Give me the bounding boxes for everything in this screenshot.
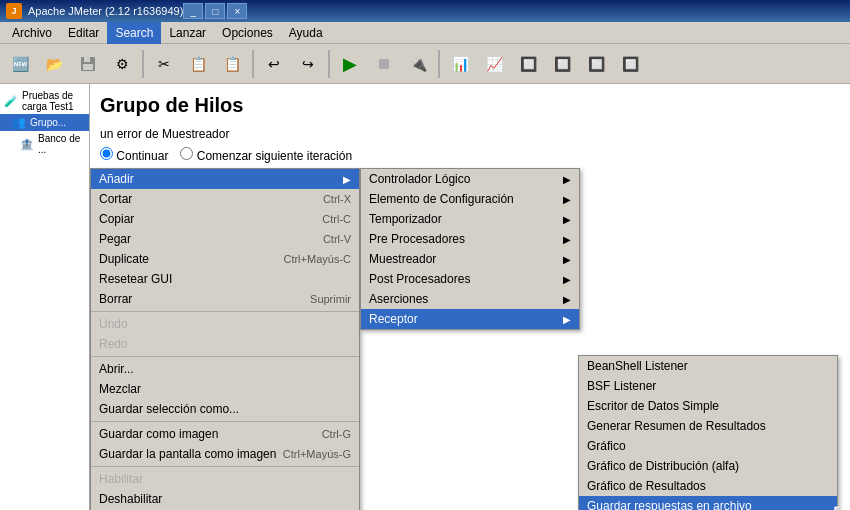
ctx-guardar-imagen[interactable]: Guardar como imagen Ctrl-G [91, 424, 359, 444]
maximize-button[interactable]: □ [205, 3, 225, 19]
menu-ayuda[interactable]: Ayuda [281, 22, 331, 44]
ctx-anadir-arrow: ▶ [343, 174, 351, 185]
ctx-resetear[interactable]: Resetear GUI [91, 269, 359, 289]
ctx-anadir[interactable]: Añadir ▶ [91, 169, 359, 189]
menu-lanzar[interactable]: Lanzar [161, 22, 214, 44]
sub-receptor-label: Receptor [369, 312, 418, 326]
title-bar-title: Apache JMeter (2.12 r1636949) [28, 5, 183, 17]
radio-group-error: Continuar Comenzar siguiente iteración [100, 147, 840, 163]
main-area: 🧪 Pruebas de carga Test1 👥 Grupo... 🏦 Ba… [0, 84, 850, 510]
rec-beanshell[interactable]: BeanShell Listener [579, 356, 837, 376]
ctx-mezclar[interactable]: Mezclar [91, 379, 359, 399]
toolbar-sep2 [252, 50, 254, 78]
radio-siguiente-label: Comenzar siguiente iteración [197, 149, 352, 163]
minimize-button[interactable]: _ [183, 3, 203, 19]
radio-siguiente[interactable]: Comenzar siguiente iteración [180, 147, 352, 163]
ctx-resetear-label: Resetear GUI [99, 272, 172, 286]
toolbar-settings[interactable]: ⚙ [106, 48, 138, 80]
ctx-borrar[interactable]: Borrar Suprimir [91, 289, 359, 309]
rec-grafico[interactable]: Gráfico [579, 436, 837, 456]
radio-continuar[interactable]: Continuar [100, 147, 168, 163]
ctx-guardar-sel[interactable]: Guardar selección como... [91, 399, 359, 419]
ctx-abrir-label: Abrir... [99, 362, 134, 376]
rec-guardar-resp[interactable]: Guardar respuestas en archivo ↖ [579, 496, 837, 510]
ctx-sep4 [91, 466, 359, 467]
menu-search[interactable]: Search [107, 22, 161, 44]
toolbar-connect[interactable]: 🔌 [402, 48, 434, 80]
sub-controlador-arrow: ▶ [563, 174, 571, 185]
rec-grafico-res[interactable]: Gráfico de Resultados [579, 476, 837, 496]
ctx-borrar-label: Borrar [99, 292, 132, 306]
toolbar-copy[interactable]: 📋 [182, 48, 214, 80]
toolbar-stop[interactable]: ⏹ [368, 48, 400, 80]
sub-receptor[interactable]: Receptor ▶ [361, 309, 579, 329]
sub-post-proc-arrow: ▶ [563, 274, 571, 285]
sub-post-proc[interactable]: Post Procesadores ▶ [361, 269, 579, 289]
sub-pre-proc[interactable]: Pre Procesadores ▶ [361, 229, 579, 249]
toolbar-chart2[interactable]: 📈 [478, 48, 510, 80]
title-bar: J Apache JMeter (2.12 r1636949) _ □ × [0, 0, 850, 22]
title-bar-controls: _ □ × [183, 3, 247, 19]
tree-item-test[interactable]: 🧪 Pruebas de carga Test1 [0, 88, 89, 114]
sub-elemento[interactable]: Elemento de Configuración ▶ [361, 189, 579, 209]
cursor-icon: ↖ [832, 501, 845, 510]
toolbar: 🆕 📂 ⚙ ✂ 📋 📋 ↩ ↪ ▶ ⏹ 🔌 📊 📈 🔲 🔲 🔲 🔲 [0, 44, 850, 84]
toolbar-save[interactable] [72, 48, 104, 80]
rec-grafico-dist[interactable]: Gráfico de Distribución (alfa) [579, 456, 837, 476]
sub-controlador[interactable]: Controlador Lógico ▶ [361, 169, 579, 189]
ctx-redo-label: Redo [99, 337, 128, 351]
toolbar-box2[interactable]: 🔲 [546, 48, 578, 80]
toolbar-open[interactable]: 📂 [38, 48, 70, 80]
toolbar-paste[interactable]: 📋 [216, 48, 248, 80]
ctx-copiar[interactable]: Copiar Ctrl-C [91, 209, 359, 229]
rec-grafico-dist-label: Gráfico de Distribución (alfa) [587, 459, 739, 473]
menu-opciones[interactable]: Opciones [214, 22, 281, 44]
submenu-anadir: Controlador Lógico ▶ Elemento de Configu… [360, 168, 580, 330]
ctx-cortar-label: Cortar [99, 192, 132, 206]
ctx-duplicate-label: Duplicate [99, 252, 149, 266]
tree-item-grupo[interactable]: 👥 Grupo... [0, 114, 89, 131]
toolbar-box4[interactable]: 🔲 [614, 48, 646, 80]
ctx-abrir[interactable]: Abrir... [91, 359, 359, 379]
toolbar-sep4 [438, 50, 440, 78]
menu-editar[interactable]: Editar [60, 22, 107, 44]
toolbar-sep3 [328, 50, 330, 78]
ctx-pegar[interactable]: Pegar Ctrl-V [91, 229, 359, 249]
error-label: un error de Muestreador [100, 127, 840, 141]
ctx-mezclar-label: Mezclar [99, 382, 141, 396]
toolbar-sep1 [142, 50, 144, 78]
sub-temporizador[interactable]: Temporizador ▶ [361, 209, 579, 229]
close-button[interactable]: × [227, 3, 247, 19]
rec-beanshell-label: BeanShell Listener [587, 359, 688, 373]
toolbar-undo[interactable]: ↩ [258, 48, 290, 80]
ctx-borrar-shortcut: Suprimir [310, 293, 351, 305]
toolbar-cut[interactable]: ✂ [148, 48, 180, 80]
toolbar-box1[interactable]: 🔲 [512, 48, 544, 80]
ctx-cortar[interactable]: Cortar Ctrl-X [91, 189, 359, 209]
sub-aserciones-label: Aserciones [369, 292, 428, 306]
menu-archivo[interactable]: Archivo [4, 22, 60, 44]
toolbar-chart1[interactable]: 📊 [444, 48, 476, 80]
ctx-deshabilitar-label: Deshabilitar [99, 492, 162, 506]
rec-generar[interactable]: Generar Resumen de Resultados [579, 416, 837, 436]
ctx-deshabilitar[interactable]: Deshabilitar [91, 489, 359, 509]
toolbar-new[interactable]: 🆕 [4, 48, 36, 80]
ctx-duplicate-shortcut: Ctrl+Mayús-C [283, 253, 351, 265]
toolbar-redo[interactable]: ↪ [292, 48, 324, 80]
toolbar-box3[interactable]: 🔲 [580, 48, 612, 80]
sub-aserciones[interactable]: Aserciones ▶ [361, 289, 579, 309]
rec-bsf[interactable]: BSF Listener [579, 376, 837, 396]
rec-guardar-resp-label: Guardar respuestas en archivo [587, 499, 752, 510]
tree-grupo-icon: 👥 [12, 116, 26, 129]
tree-item-banco[interactable]: 🏦 Banco de ... [0, 131, 89, 157]
sub-muestreador[interactable]: Muestreador ▶ [361, 249, 579, 269]
tree-grupo-label: Grupo... [30, 117, 66, 128]
ctx-duplicate[interactable]: Duplicate Ctrl+Mayús-C [91, 249, 359, 269]
rec-generar-label: Generar Resumen de Resultados [587, 419, 766, 433]
ctx-guardar-pantalla[interactable]: Guardar la pantalla como imagen Ctrl+May… [91, 444, 359, 464]
rec-escritor-label: Escritor de Datos Simple [587, 399, 719, 413]
tree-banco-label: Banco de ... [38, 133, 85, 155]
sub-post-proc-label: Post Procesadores [369, 272, 470, 286]
toolbar-run[interactable]: ▶ [334, 48, 366, 80]
rec-escritor[interactable]: Escritor de Datos Simple [579, 396, 837, 416]
